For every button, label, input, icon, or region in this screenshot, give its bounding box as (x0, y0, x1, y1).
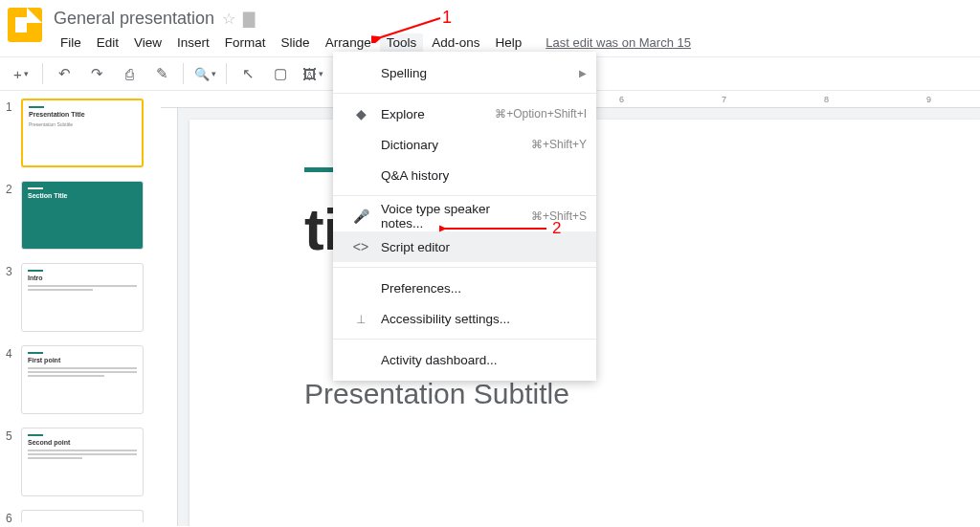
microphone-icon: 🎤 (350, 209, 371, 224)
image-tool[interactable]: 🖼▾ (300, 61, 326, 86)
thumb-number: 5 (6, 428, 21, 496)
ruler-vertical (161, 108, 178, 526)
redo-button[interactable]: ↷ (83, 61, 110, 86)
menu-accessibility[interactable]: ⟂ Accessibility settings... (333, 303, 596, 334)
menu-label: Script editor (381, 240, 587, 254)
last-edit-link[interactable]: Last edit was on March 15 (546, 35, 691, 50)
slide-thumbnails: 1 Presentation Title Presentation Subtit… (0, 91, 161, 526)
menu-label: Activity dashboard... (381, 353, 587, 367)
menu-spelling[interactable]: Spelling ▶ (333, 57, 596, 88)
menu-label: Spelling (381, 66, 579, 80)
folder-icon[interactable]: ▇ (243, 10, 255, 28)
menu-label: Voice type speaker notes... (381, 202, 531, 231)
menu-view[interactable]: View (127, 33, 168, 52)
thumb-title: Presentation Title (29, 111, 136, 118)
menu-separator (333, 195, 596, 196)
thumbnail-6[interactable] (21, 510, 144, 522)
menu-insert[interactable]: Insert (170, 33, 216, 52)
menu-separator (333, 93, 596, 94)
menu-label: Accessibility settings... (381, 312, 587, 326)
menu-slide[interactable]: Slide (275, 33, 317, 52)
thumb-title: First point (28, 357, 137, 363)
menu-label: Preferences... (381, 281, 587, 296)
thumb-number: 2 (6, 181, 21, 250)
explore-icon: ◆ (350, 106, 371, 121)
paint-format-button[interactable]: ✎ (148, 61, 175, 86)
menu-separator (333, 339, 596, 340)
thumb-number: 3 (6, 263, 21, 332)
thumbnail-5[interactable]: Second point (21, 428, 144, 496)
menu-qa-history[interactable]: Q&A history (333, 160, 596, 190)
document-title[interactable]: General presentation (54, 9, 214, 29)
code-icon: <> (350, 239, 371, 254)
thumb-number: 6 (6, 510, 21, 525)
undo-button[interactable]: ↶ (51, 61, 78, 86)
menu-separator (333, 267, 596, 268)
menu-edit[interactable]: Edit (90, 33, 125, 52)
menu-bar: File Edit View Insert Format Slide Arran… (54, 31, 691, 54)
thumbnail-3[interactable]: Intro (21, 263, 144, 332)
star-icon[interactable]: ☆ (222, 10, 235, 28)
menu-explore[interactable]: ◆ Explore ⌘+Option+Shift+I (333, 99, 596, 129)
menu-arrange[interactable]: Arrange (319, 33, 378, 52)
zoom-button[interactable]: 🔍▾ (191, 61, 218, 86)
annotation-number-1: 1 (442, 8, 452, 28)
select-tool[interactable]: ↖ (234, 61, 261, 86)
accessibility-icon: ⟂ (350, 311, 371, 326)
menu-label: Explore (381, 107, 495, 121)
menu-tools[interactable]: Tools (380, 33, 424, 52)
chevron-right-icon: ▶ (579, 68, 587, 78)
thumb-number: 4 (6, 345, 21, 414)
menu-preferences[interactable]: Preferences... (333, 273, 596, 303)
menu-help[interactable]: Help (488, 33, 528, 52)
new-slide-button[interactable]: +▾ (8, 61, 34, 86)
print-button[interactable]: ⎙ (116, 61, 143, 86)
thumb-number: 1 (6, 99, 21, 167)
thumbnail-1[interactable]: Presentation Title Presentation Subtitle (21, 99, 144, 167)
menu-format[interactable]: Format (218, 33, 273, 52)
textbox-tool[interactable]: ▢ (267, 61, 294, 86)
thumb-title: Intro (28, 274, 137, 281)
header: General presentation ☆ ▇ File Edit View … (0, 0, 980, 54)
thumbnail-2[interactable]: Section Title (21, 181, 144, 250)
menu-file[interactable]: File (54, 33, 88, 52)
menu-shortcut: ⌘+Shift+Y (531, 138, 587, 151)
tools-dropdown: Spelling ▶ ◆ Explore ⌘+Option+Shift+I Di… (333, 52, 596, 381)
thumb-subtitle: Presentation Subtitle (29, 121, 136, 127)
thumbnail-4[interactable]: First point (21, 345, 144, 414)
thumb-title: Second point (28, 439, 137, 446)
thumb-title: Section Title (28, 192, 137, 199)
menu-shortcut: ⌘+Option+Shift+I (495, 107, 587, 121)
slide-subtitle-text[interactable]: Presentation Subtitle (304, 378, 923, 410)
annotation-number-2: 2 (552, 219, 561, 238)
menu-activity-dashboard[interactable]: Activity dashboard... (333, 344, 596, 375)
slides-logo-icon[interactable] (8, 8, 42, 42)
menu-label: Dictionary (381, 138, 531, 152)
menu-label: Q&A history (381, 168, 587, 183)
menu-dictionary[interactable]: Dictionary ⌘+Shift+Y (333, 129, 596, 160)
menu-addons[interactable]: Add-ons (425, 33, 486, 52)
